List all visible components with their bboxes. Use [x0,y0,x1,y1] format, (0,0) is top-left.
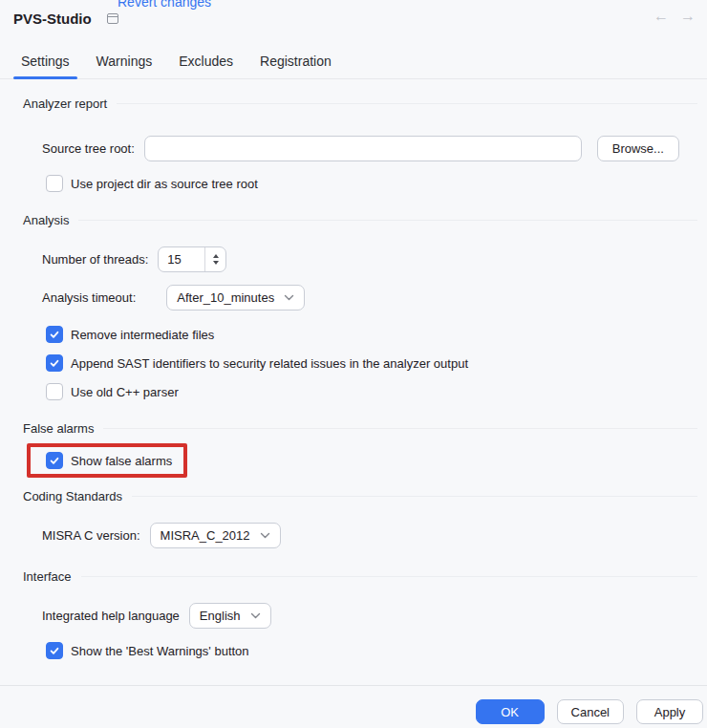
misra-value: MISRA_C_2012 [161,528,250,543]
checkbox-label: Show the 'Best Warnings' button [71,644,249,658]
misra-dropdown[interactable]: MISRA_C_2012 [150,523,281,548]
tab-warnings[interactable]: Warnings [87,48,162,78]
tab-bar: Settings Warnings Excludes Registration [0,48,707,79]
settings-header: PVS-Studio Revert changes ← → [0,0,707,27]
window-icon [107,13,118,24]
cancel-button[interactable]: Cancel [557,699,624,724]
forward-arrow-icon[interactable]: → [680,8,696,25]
section-divider [132,496,697,497]
sast-identifiers-checkbox[interactable] [46,354,63,372]
old-cpp-parser-checkbox[interactable] [46,383,63,400]
check-icon [49,455,60,466]
checkbox-label: Use project dir as source tree root [71,177,258,191]
apply-button[interactable]: Apply [636,699,703,724]
use-project-dir-checkbox[interactable] [46,175,63,192]
threads-value[interactable]: 15 [159,247,204,271]
check-icon [49,357,60,369]
dialog-footer: OK Cancel Apply [0,685,707,728]
checkbox-label: Remove intermediate files [71,328,214,342]
checkbox-label: Append SAST identifiers to security rela… [71,356,468,371]
checkbox-label: Use old C++ parser [71,385,179,399]
help-language-row: Integrated help language English [42,603,707,629]
old-cpp-parser-checkbox-row[interactable]: Use old C++ parser [46,383,707,400]
back-arrow-icon[interactable]: ← [653,8,669,25]
tab-excludes[interactable]: Excludes [169,48,243,78]
source-tree-root-input[interactable] [144,136,582,161]
browse-button[interactable]: Browse... [597,136,679,161]
chevron-down-icon [260,532,270,539]
ok-button[interactable]: OK [476,699,545,724]
remove-intermediate-checkbox[interactable] [46,326,63,343]
section-analyzer-report: Analyzer report [23,96,697,111]
red-highlight-box: Show false alarms [27,443,187,478]
timeout-label: Analysis timeout: [42,290,136,305]
show-false-alarms-checkbox[interactable] [46,452,63,469]
section-coding-standards: Coding Standards [23,489,697,503]
help-language-value: English [200,609,241,623]
tab-settings[interactable]: Settings [11,48,79,78]
section-title: Analyzer report [23,96,107,111]
analysis-timeout-row: Analysis timeout: After_10_minutes [42,285,707,310]
section-divider [117,103,697,104]
page-title: PVS-Studio [13,11,92,27]
help-language-dropdown[interactable]: English [189,603,271,629]
number-of-threads-row: Number of threads: 15 [42,246,707,272]
source-tree-root-label: Source tree root: [42,141,135,156]
section-title: Coding Standards [23,489,122,503]
show-false-alarms-checkbox-row[interactable]: Show false alarms [46,452,172,469]
section-title: Analysis [23,213,69,227]
check-icon [49,329,60,340]
section-divider [81,576,697,577]
history-nav: ← → [653,8,696,25]
section-divider [103,428,697,429]
timeout-dropdown[interactable]: After_10_minutes [166,285,305,310]
section-divider [78,220,697,221]
section-title: Interface [23,569,72,584]
best-warnings-checkbox-row[interactable]: Show the 'Best Warnings' button [46,642,707,659]
source-tree-root-row: Source tree root: Browse... [42,136,707,161]
section-analysis: Analysis [23,213,697,227]
chevron-down-icon[interactable] [213,261,219,265]
sast-identifiers-checkbox-row[interactable]: Append SAST identifiers to security rela… [46,354,707,372]
check-icon [49,645,60,656]
chevron-down-icon [250,612,261,619]
threads-spinner[interactable]: 15 [158,246,226,272]
misra-label: MISRA C version: [42,528,140,543]
threads-label: Number of threads: [42,252,148,267]
chevron-up-icon[interactable] [213,254,219,258]
spinner-buttons[interactable] [205,247,225,271]
section-interface: Interface [23,569,697,584]
remove-intermediate-checkbox-row[interactable]: Remove intermediate files [46,326,707,343]
tab-registration[interactable]: Registration [250,48,341,78]
checkbox-label: Show false alarms [71,454,172,468]
help-language-label: Integrated help language [42,609,180,623]
best-warnings-checkbox[interactable] [46,642,63,659]
revert-changes-link[interactable]: Revert changes [118,0,211,10]
chevron-down-icon [284,294,294,301]
section-false-alarms: False alarms [23,421,697,436]
section-title: False alarms [23,421,94,436]
misra-version-row: MISRA C version: MISRA_C_2012 [42,523,707,548]
timeout-value: After_10_minutes [177,290,274,305]
use-project-dir-checkbox-row[interactable]: Use project dir as source tree root [46,175,707,192]
